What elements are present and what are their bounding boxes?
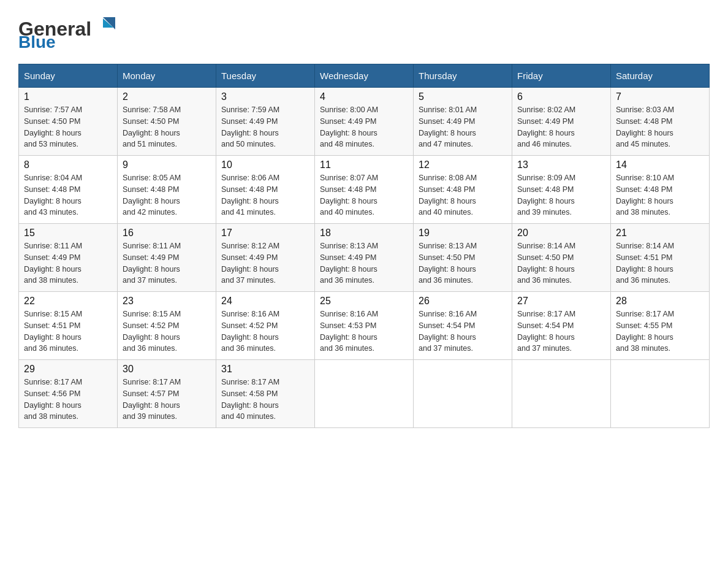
col-header-monday: Monday [118, 64, 216, 88]
calendar-cell: 22 Sunrise: 8:15 AM Sunset: 4:51 PM Dayl… [19, 292, 118, 360]
calendar-cell: 29 Sunrise: 8:17 AM Sunset: 4:56 PM Dayl… [19, 360, 118, 428]
calendar-week-row: 15 Sunrise: 8:11 AM Sunset: 4:49 PM Dayl… [19, 224, 710, 292]
calendar-cell: 11 Sunrise: 8:07 AM Sunset: 4:48 PM Dayl… [315, 156, 414, 224]
calendar-cell: 19 Sunrise: 8:13 AM Sunset: 4:50 PM Dayl… [414, 224, 512, 292]
calendar-cell: 12 Sunrise: 8:08 AM Sunset: 4:48 PM Dayl… [414, 156, 512, 224]
day-number: 1 [24, 91, 112, 102]
day-number: 19 [419, 228, 507, 239]
col-header-saturday: Saturday [611, 64, 710, 88]
calendar-cell: 24 Sunrise: 8:16 AM Sunset: 4:52 PM Dayl… [216, 292, 315, 360]
day-info: Sunrise: 8:05 AM Sunset: 4:48 PM Dayligh… [123, 172, 211, 218]
calendar-cell: 4 Sunrise: 8:00 AM Sunset: 4:49 PM Dayli… [315, 88, 414, 156]
calendar-cell: 17 Sunrise: 8:12 AM Sunset: 4:49 PM Dayl… [216, 224, 315, 292]
day-number: 11 [320, 159, 408, 170]
calendar-cell: 9 Sunrise: 8:05 AM Sunset: 4:48 PM Dayli… [118, 156, 216, 224]
calendar-cell: 6 Sunrise: 8:02 AM Sunset: 4:49 PM Dayli… [512, 88, 611, 156]
day-info: Sunrise: 7:59 AM Sunset: 4:49 PM Dayligh… [221, 104, 309, 150]
day-info: Sunrise: 8:14 AM Sunset: 4:50 PM Dayligh… [517, 240, 605, 286]
day-number: 10 [221, 159, 309, 170]
calendar-cell: 2 Sunrise: 7:58 AM Sunset: 4:50 PM Dayli… [118, 88, 216, 156]
day-info: Sunrise: 7:57 AM Sunset: 4:50 PM Dayligh… [24, 104, 112, 150]
calendar-cell: 28 Sunrise: 8:17 AM Sunset: 4:55 PM Dayl… [611, 292, 710, 360]
calendar-cell: 8 Sunrise: 8:04 AM Sunset: 4:48 PM Dayli… [19, 156, 118, 224]
day-info: Sunrise: 8:16 AM Sunset: 4:53 PM Dayligh… [320, 308, 408, 354]
day-info: Sunrise: 8:15 AM Sunset: 4:52 PM Dayligh… [123, 308, 211, 354]
day-number: 8 [24, 159, 112, 170]
day-number: 18 [320, 228, 408, 239]
day-number: 3 [221, 91, 309, 102]
calendar-cell: 3 Sunrise: 7:59 AM Sunset: 4:49 PM Dayli… [216, 88, 315, 156]
day-number: 24 [221, 296, 309, 307]
day-info: Sunrise: 8:10 AM Sunset: 4:48 PM Dayligh… [616, 172, 704, 218]
day-info: Sunrise: 8:06 AM Sunset: 4:48 PM Dayligh… [221, 172, 309, 218]
calendar-cell: 14 Sunrise: 8:10 AM Sunset: 4:48 PM Dayl… [611, 156, 710, 224]
day-info: Sunrise: 8:02 AM Sunset: 4:49 PM Dayligh… [517, 104, 605, 150]
day-number: 14 [616, 159, 704, 170]
col-header-sunday: Sunday [19, 64, 118, 88]
day-info: Sunrise: 8:04 AM Sunset: 4:48 PM Dayligh… [24, 172, 112, 218]
calendar-cell: 13 Sunrise: 8:09 AM Sunset: 4:48 PM Dayl… [512, 156, 611, 224]
calendar-cell: 25 Sunrise: 8:16 AM Sunset: 4:53 PM Dayl… [315, 292, 414, 360]
day-number: 22 [24, 296, 112, 307]
day-number: 9 [123, 159, 211, 170]
calendar-cell: 1 Sunrise: 7:57 AM Sunset: 4:50 PM Dayli… [19, 88, 118, 156]
day-info: Sunrise: 8:11 AM Sunset: 4:49 PM Dayligh… [24, 240, 112, 286]
day-info: Sunrise: 8:13 AM Sunset: 4:50 PM Dayligh… [419, 240, 507, 286]
calendar-week-row: 22 Sunrise: 8:15 AM Sunset: 4:51 PM Dayl… [19, 292, 710, 360]
day-number: 17 [221, 228, 309, 239]
day-number: 28 [616, 296, 704, 307]
day-number: 2 [123, 91, 211, 102]
col-header-thursday: Thursday [414, 64, 512, 88]
day-number: 6 [517, 91, 605, 102]
calendar-header-row: SundayMondayTuesdayWednesdayThursdayFrid… [19, 64, 710, 88]
calendar-cell: 18 Sunrise: 8:13 AM Sunset: 4:49 PM Dayl… [315, 224, 414, 292]
calendar-cell: 27 Sunrise: 8:17 AM Sunset: 4:54 PM Dayl… [512, 292, 611, 360]
day-number: 23 [123, 296, 211, 307]
calendar-cell [414, 360, 512, 428]
logo-wordmark: General Blue [18, 12, 123, 52]
day-number: 12 [419, 159, 507, 170]
day-number: 5 [419, 91, 507, 102]
day-info: Sunrise: 8:16 AM Sunset: 4:54 PM Dayligh… [419, 308, 507, 354]
day-number: 26 [419, 296, 507, 307]
day-number: 13 [517, 159, 605, 170]
day-info: Sunrise: 7:58 AM Sunset: 4:50 PM Dayligh… [123, 104, 211, 150]
calendar-cell: 5 Sunrise: 8:01 AM Sunset: 4:49 PM Dayli… [414, 88, 512, 156]
calendar-week-row: 1 Sunrise: 7:57 AM Sunset: 4:50 PM Dayli… [19, 88, 710, 156]
day-info: Sunrise: 8:11 AM Sunset: 4:49 PM Dayligh… [123, 240, 211, 286]
col-header-friday: Friday [512, 64, 611, 88]
day-info: Sunrise: 8:14 AM Sunset: 4:51 PM Dayligh… [616, 240, 704, 286]
col-header-wednesday: Wednesday [315, 64, 414, 88]
day-number: 20 [517, 228, 605, 239]
page-header: General Blue [18, 12, 710, 52]
calendar-cell: 26 Sunrise: 8:16 AM Sunset: 4:54 PM Dayl… [414, 292, 512, 360]
calendar-cell [315, 360, 414, 428]
calendar-cell: 15 Sunrise: 8:11 AM Sunset: 4:49 PM Dayl… [19, 224, 118, 292]
calendar-cell: 16 Sunrise: 8:11 AM Sunset: 4:49 PM Dayl… [118, 224, 216, 292]
day-number: 29 [24, 364, 112, 375]
calendar-cell: 7 Sunrise: 8:03 AM Sunset: 4:48 PM Dayli… [611, 88, 710, 156]
day-info: Sunrise: 8:17 AM Sunset: 4:55 PM Dayligh… [616, 308, 704, 354]
calendar-cell [512, 360, 611, 428]
day-info: Sunrise: 8:08 AM Sunset: 4:48 PM Dayligh… [419, 172, 507, 218]
calendar-cell [611, 360, 710, 428]
calendar-cell: 23 Sunrise: 8:15 AM Sunset: 4:52 PM Dayl… [118, 292, 216, 360]
day-info: Sunrise: 8:16 AM Sunset: 4:52 PM Dayligh… [221, 308, 309, 354]
calendar-cell: 31 Sunrise: 8:17 AM Sunset: 4:58 PM Dayl… [216, 360, 315, 428]
day-info: Sunrise: 8:13 AM Sunset: 4:49 PM Dayligh… [320, 240, 408, 286]
day-number: 15 [24, 228, 112, 239]
logo: General Blue [18, 12, 123, 52]
day-number: 25 [320, 296, 408, 307]
calendar-week-row: 8 Sunrise: 8:04 AM Sunset: 4:48 PM Dayli… [19, 156, 710, 224]
day-number: 7 [616, 91, 704, 102]
calendar-table: SundayMondayTuesdayWednesdayThursdayFrid… [18, 64, 710, 428]
day-info: Sunrise: 8:03 AM Sunset: 4:48 PM Dayligh… [616, 104, 704, 150]
day-info: Sunrise: 8:17 AM Sunset: 4:58 PM Dayligh… [221, 377, 309, 423]
svg-text:Blue: Blue [18, 33, 56, 49]
day-number: 31 [221, 364, 309, 375]
calendar-week-row: 29 Sunrise: 8:17 AM Sunset: 4:56 PM Dayl… [19, 360, 710, 428]
day-number: 16 [123, 228, 211, 239]
day-number: 4 [320, 91, 408, 102]
calendar-cell: 21 Sunrise: 8:14 AM Sunset: 4:51 PM Dayl… [611, 224, 710, 292]
day-info: Sunrise: 8:17 AM Sunset: 4:54 PM Dayligh… [517, 308, 605, 354]
